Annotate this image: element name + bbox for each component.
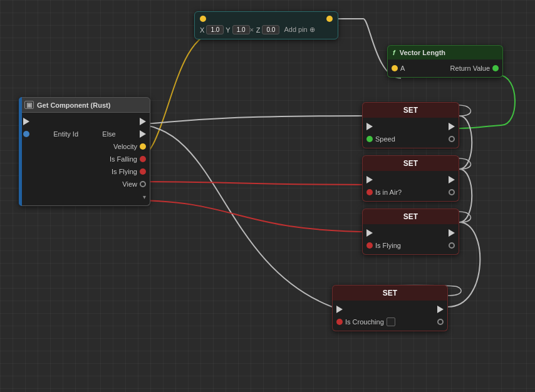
exec-row: [19, 115, 150, 128]
exec-in-pin[interactable]: [23, 118, 29, 125]
set-iscrouching-exec-out[interactable]: [437, 306, 444, 313]
node-get-component-body: Entity Id Else Velocity Is Falling Is Fl…: [19, 113, 150, 206]
set-isflying-exec-row: [363, 227, 459, 239]
set-isinair-exec-out[interactable]: [449, 176, 455, 183]
node-type-bar: [19, 97, 22, 206]
set-isinair-label: Is in Air?: [375, 188, 402, 196]
set-isflying-body: Is Flying: [362, 224, 459, 255]
z-label: Z: [256, 26, 261, 34]
set-isflying-label: Is Flying: [375, 242, 401, 249]
make-vector-in-top[interactable]: [326, 16, 333, 22]
set-iscrouching-exec-in[interactable]: [336, 306, 343, 313]
set-isinair-body: Is in Air?: [362, 171, 459, 202]
blueprint-canvas: ▣ Get Component (Rust) Entity Id Else Ve…: [0, 0, 535, 392]
z-close-icon[interactable]: ✕: [249, 27, 254, 33]
z-input[interactable]: [262, 25, 279, 34]
set-speed-header: SET: [362, 102, 459, 118]
set-iscrouching-out-pin[interactable]: [437, 319, 444, 325]
set-speed-exec-row: [363, 120, 459, 133]
set-isinair-val-pin[interactable]: [366, 189, 373, 195]
exec-out-pin[interactable]: [140, 118, 146, 125]
set-iscrouching-val-pin[interactable]: [336, 319, 343, 325]
is-falling-pin[interactable]: [140, 156, 146, 162]
set-isflying-val-pin[interactable]: [366, 242, 373, 249]
set-isflying-exec-in[interactable]: [366, 229, 373, 237]
node-set-isinair: SET Is in Air?: [362, 155, 459, 202]
entity-id-pin[interactable]: [23, 131, 29, 137]
x-label: X: [200, 26, 204, 34]
node-set-speed: SET Speed: [362, 102, 459, 148]
y-input[interactable]: [232, 25, 250, 34]
set-isflying-header: SET: [362, 209, 459, 224]
expand-icon[interactable]: ▾: [143, 193, 146, 200]
vector-length-body: A Return Value: [387, 59, 503, 78]
vl-a-row: A Return Value: [388, 62, 502, 75]
node-get-component: ▣ Get Component (Rust) Entity Id Else Ve…: [19, 97, 150, 206]
node-make-vector: X Y ✕ Z Add pin ⊕: [194, 11, 338, 39]
else-pin[interactable]: [140, 130, 146, 138]
vl-a-label: A: [400, 64, 405, 72]
add-pin-label: Add pin: [284, 26, 307, 33]
set-isinair-exec-in[interactable]: [366, 176, 373, 183]
entity-id-label: Entity Id: [53, 130, 78, 138]
chevron-row: ▾: [19, 190, 150, 203]
node-vector-length: f Vector Length A Return Value: [387, 45, 503, 78]
set-speed-label: Speed: [375, 135, 395, 143]
vector-length-title: Vector Length: [400, 49, 445, 56]
view-row: View: [19, 178, 150, 190]
velocity-row: Velocity: [19, 140, 150, 153]
set-iscrouching-label: Is Crouching: [345, 318, 384, 326]
set-isinair-out-pin[interactable]: [449, 189, 455, 195]
add-pin-button[interactable]: Add pin ⊕: [281, 24, 317, 35]
y-label: Y: [226, 26, 230, 34]
set-iscrouching-exec-row: [333, 303, 447, 316]
velocity-pin[interactable]: [140, 143, 146, 150]
component-icon: ▣: [24, 101, 34, 109]
vector-length-header: f Vector Length: [387, 45, 503, 59]
set-speed-val-pin[interactable]: [366, 136, 373, 142]
is-flying-row: Is Flying: [19, 165, 150, 178]
set-iscrouching-title: SET: [383, 289, 397, 297]
view-pin[interactable]: [140, 181, 146, 187]
node-get-component-header: ▣ Get Component (Rust): [19, 97, 150, 113]
set-isinair-header: SET: [362, 155, 459, 171]
node-set-isflying: SET Is Flying: [362, 209, 459, 255]
set-speed-body: Speed: [362, 118, 459, 148]
entity-id-row: Entity Id Else: [19, 128, 150, 140]
make-vector-top-row: [200, 16, 333, 22]
make-vector-out-top[interactable]: [200, 16, 206, 22]
vl-return-label: Return Value: [450, 64, 490, 72]
x-input[interactable]: [206, 25, 224, 34]
vl-a-in-pin[interactable]: [392, 65, 398, 71]
set-speed-exec-out[interactable]: [449, 123, 455, 130]
set-speed-title: SET: [403, 106, 418, 115]
else-label: Else: [102, 130, 115, 138]
set-isinair-value-row: Is in Air?: [363, 186, 459, 199]
velocity-label: Velocity: [113, 143, 137, 150]
set-isflying-value-row: Is Flying: [363, 239, 459, 252]
set-isinair-exec-row: [363, 173, 459, 186]
node-get-component-title: Get Component (Rust): [37, 101, 110, 109]
set-isflying-exec-out[interactable]: [449, 229, 455, 237]
is-falling-label: Is Falling: [110, 155, 137, 163]
set-speed-exec-in[interactable]: [366, 123, 373, 130]
set-speed-out-pin[interactable]: [449, 136, 455, 142]
view-label: View: [122, 180, 137, 188]
node-set-iscrouching: SET Is Crouching: [332, 285, 448, 331]
is-flying-label: Is Flying: [112, 168, 137, 175]
is-falling-row: Is Falling: [19, 153, 150, 165]
crouching-checkbox[interactable]: [387, 317, 395, 326]
make-vector-inputs-row: X Y ✕ Z Add pin ⊕: [200, 24, 333, 35]
set-iscrouching-value-row: Is Crouching: [333, 316, 447, 328]
set-isflying-title: SET: [403, 212, 418, 221]
set-iscrouching-header: SET: [332, 285, 448, 301]
vl-return-pin[interactable]: [492, 65, 499, 71]
set-isflying-out-pin[interactable]: [449, 242, 455, 249]
function-icon: f: [393, 49, 395, 56]
set-speed-value-row: Speed: [363, 133, 459, 145]
set-iscrouching-body: Is Crouching: [332, 301, 448, 331]
set-isinair-title: SET: [403, 159, 418, 168]
is-flying-pin[interactable]: [140, 168, 146, 175]
